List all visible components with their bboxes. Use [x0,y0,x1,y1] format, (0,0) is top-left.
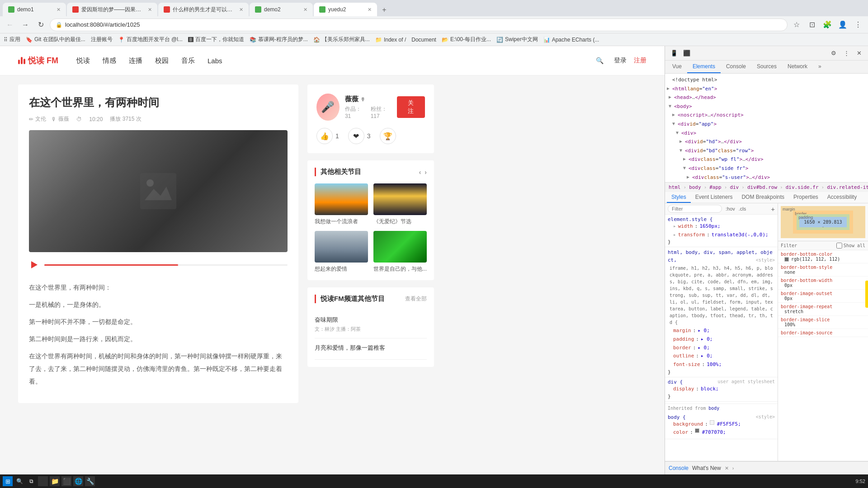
login-button[interactable]: 登录 [614,56,627,65]
tree-div-app[interactable]: ▼ <div id="app" > [665,120,868,129]
tab-nansheng[interactable]: 什么样的男生才是可以放心去爱... ✕ [158,3,249,16]
tree-div-inner[interactable]: ▼ <div> [665,129,868,138]
bookmark-git[interactable]: 🔖 Git 在团队中的最佳... [26,36,85,43]
tab-elements[interactable]: Elements [687,61,721,73]
play-button[interactable] [29,259,40,270]
close-whats-new[interactable]: ✕ [725,465,729,471]
related-item-2[interactable]: 想起来的爱情 [315,231,368,273]
nav-lianbo[interactable]: 连播 [129,56,142,65]
breadcrumb-related-item[interactable]: div.related-item [825,183,868,191]
tab-console[interactable]: Console [721,61,751,73]
devtools-more-button[interactable]: ⋮ [841,48,852,59]
bookmark-daily[interactable]: 📂 E:\00-每日作业... [442,36,491,43]
sub-tab-dom-breakpoints[interactable]: DOM Breakpoints [737,192,789,203]
back-button[interactable]: ← [4,19,16,31]
extensions-button[interactable]: 🧩 [821,19,834,31]
taskbar-ie[interactable]: 🖥 [38,476,48,486]
favorite-action[interactable]: ❤ 3 [348,128,371,144]
like-action[interactable]: 👍 1 [316,128,339,144]
sub-tab-event-listeners[interactable]: Event Listeners [691,192,737,203]
nav-yuedu[interactable]: 悦读 [76,56,90,65]
cast-button[interactable]: ⊡ [806,19,818,31]
reload-button[interactable]: ↻ [34,19,47,31]
devtools-close-button[interactable]: ✕ [854,48,864,59]
related-item-0[interactable]: 我想做一个流浪者 [315,183,368,225]
tree-noscript[interactable]: ▶ <noscript>…</noscript> [665,111,868,120]
related-item-3[interactable]: 世界是自己的，与他... [373,231,427,273]
css-pseudo-hov[interactable]: :hov [726,206,735,211]
nav-xiaoyuan[interactable]: 校园 [155,56,169,65]
bookmark-meilele[interactable]: 🏠 【美乐乐郑州家具... [313,36,370,43]
bookmark-document[interactable]: Document [411,37,436,43]
breadcrumb-bd[interactable]: div#bd.row [745,183,779,191]
taskbar-search[interactable]: 🔍 [14,476,24,486]
bookmark-echarts[interactable]: 📊 Apache ECharts (... [543,37,599,43]
devtools-settings-button[interactable]: ⚙ [828,48,839,59]
nav-yinyue[interactable]: 音乐 [181,56,195,65]
taskbar-taskview[interactable]: ⧉ [26,476,36,486]
tab-demo2[interactable]: demo2 ✕ [250,3,313,16]
whats-new-tab-label[interactable]: What's New [692,465,721,471]
bookmark-baidu-map[interactable]: 📍 百度地图开发平台 @l... [118,36,183,43]
show-all-checkbox[interactable] [836,243,842,249]
breadcrumb-side[interactable]: div.side.fr [784,183,821,191]
taskbar-explorer[interactable]: 📁 [50,476,60,486]
breadcrumb-html[interactable]: html [667,183,683,191]
nav-labs[interactable]: Labs [208,57,222,65]
follow-button[interactable]: 关注 [397,96,425,118]
bookmark-apps[interactable]: ⠿ 应用 [4,36,20,43]
css-filter-input[interactable] [668,205,722,213]
prev-arrow[interactable]: ‹ [419,169,421,176]
forward-button[interactable]: → [19,19,32,31]
bookmark-register[interactable]: 注册账号 [91,36,113,43]
tab-aiyinsitan[interactable]: 爱因斯坦的梦——因果不定的世... ✕ [67,3,157,16]
console-input[interactable] [736,465,864,471]
tab-more[interactable]: » [813,61,827,73]
inspect-element-button[interactable]: ⬛ [681,48,692,59]
bookmark-swiper[interactable]: 🔄 Swiper中文网 [496,36,538,43]
tab-vue[interactable]: Vue [667,61,687,73]
sub-tab-properties[interactable]: Properties [789,192,823,203]
next-arrow[interactable]: › [425,169,427,176]
breadcrumb-div[interactable]: div [728,183,741,191]
tab-demo1[interactable]: demo1 ✕ [3,3,66,16]
css-toggle[interactable]: ▸ [673,222,676,231]
fm-list-item-1[interactable]: 月亮和爱情，那像一篇稚客 [315,338,427,360]
search-button[interactable]: 🔍 [592,53,607,68]
tab-close-btn[interactable]: ✕ [303,7,307,13]
audio-progress-bar[interactable] [44,264,288,266]
reward-action[interactable]: 🏆 [380,128,396,144]
bookmark-star-button[interactable]: ☆ [790,19,803,31]
css-pseudo-cls[interactable]: .cls [739,206,746,211]
tree-head[interactable]: ▶ <head>…</head> [665,93,868,102]
tree-div-side[interactable]: ▼ <div class="side fr" > [665,164,868,173]
breadcrumb-body[interactable]: body [687,183,703,191]
breadcrumb-app[interactable]: #app [708,183,723,191]
css-toggle[interactable]: ▸ [673,231,676,239]
related-item-1[interactable]: 《无爱纪》节选 [373,183,427,225]
tab-close-btn[interactable]: ✕ [148,7,152,13]
register-button[interactable]: 注册 [634,56,646,65]
tree-div-bd[interactable]: ▼ <div id="bd" class="row" > [665,146,868,155]
address-bar[interactable]: 🔒 localhost:8080/#/article/1025 [50,19,788,31]
taskbar-terminal[interactable]: ⬛ [61,476,71,486]
tab-close-btn[interactable]: ✕ [239,7,243,13]
profile-button[interactable]: 👤 [836,19,849,31]
nav-qinggan[interactable]: 情感 [103,56,116,65]
tree-doctype[interactable]: <!doctype html> [665,75,868,84]
tree-html[interactable]: ▶ <html lang="en" > [665,84,868,94]
add-css-rule-button[interactable]: + [771,205,775,213]
console-tab-label[interactable]: Console [669,465,689,471]
tab-yuedu2[interactable]: yuedu2 ✕ [314,3,377,16]
fm-list-item-0[interactable]: 奋味期限 文：林汐 主播：阿茶 [315,310,427,338]
taskbar-app2[interactable]: 🔧 [85,476,95,486]
bookmark-imooc[interactable]: 📚 慕课网-程序员的梦... [250,36,308,43]
tab-sources[interactable]: Sources [751,61,782,73]
tab-close-btn[interactable]: ✕ [57,7,61,13]
view-all-link[interactable]: 查看全部 [405,295,427,303]
tree-div-wp[interactable]: ▶ <div class="wp fl" >…</div> [665,155,868,164]
new-tab-button[interactable]: + [378,4,391,16]
bookmark-baidu[interactable]: 🅱 百度一下，你就知道 [188,36,244,43]
sub-tab-accessibility[interactable]: Accessibility [823,192,861,203]
device-toggle-button[interactable]: 📱 [669,48,679,59]
